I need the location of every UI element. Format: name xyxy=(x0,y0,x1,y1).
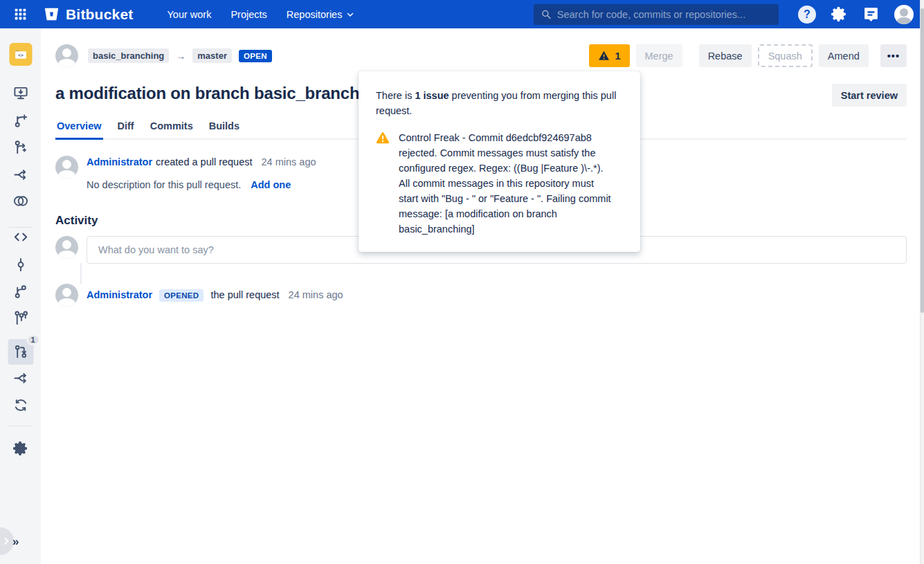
avatar-head xyxy=(900,8,908,17)
top-navigation: Bitbucket Your work Projects Repositorie… xyxy=(0,0,924,28)
no-description-text: No description for this pull request. xyxy=(87,179,241,190)
compare-icon[interactable] xyxy=(12,193,29,209)
merge-checks-popup: There is 1 issue preventing you from mer… xyxy=(359,71,640,252)
pull-requests-count-badge: 1 xyxy=(26,334,39,345)
scrollbar[interactable] xyxy=(920,0,924,564)
more-actions-button[interactable]: ••• xyxy=(880,44,907,67)
rebase-button[interactable]: Rebase xyxy=(699,44,752,67)
pull-requests-icon xyxy=(12,344,28,360)
clone-icon[interactable] xyxy=(12,85,28,101)
avatar-head xyxy=(62,48,71,57)
nav-item-projects[interactable]: Projects xyxy=(228,5,269,24)
nav-icon-group: ? xyxy=(798,5,914,24)
add-description-link[interactable]: Add one xyxy=(251,179,291,190)
nav-item-repositories[interactable]: Repositories xyxy=(284,5,358,24)
activity-connector-line xyxy=(80,263,82,284)
search-input[interactable] xyxy=(557,9,772,20)
merge-checks-warning-button[interactable]: 1 xyxy=(589,44,629,67)
nav-item-your-work[interactable]: Your work xyxy=(164,5,214,24)
tab-builds[interactable]: Builds xyxy=(208,120,241,140)
warning-icon xyxy=(598,51,610,61)
branch-graph-icon[interactable] xyxy=(12,310,28,326)
chevron-right-icon xyxy=(1,536,11,546)
current-user-avatar[interactable] xyxy=(55,236,78,259)
event-line: Administrator created a pull request 24 … xyxy=(87,156,316,167)
author-avatar[interactable] xyxy=(55,284,78,307)
bitbucket-logo[interactable]: Bitbucket xyxy=(43,6,133,23)
summary-prefix: There is xyxy=(376,90,415,101)
amend-button[interactable]: Amend xyxy=(819,44,869,67)
start-review-button[interactable]: Start review xyxy=(832,84,907,107)
avatar-head xyxy=(62,288,71,297)
branch-icon[interactable] xyxy=(12,284,28,300)
pr-actions: 1 Merge Rebase Squash Amend ••• xyxy=(589,44,907,67)
merge-button[interactable]: Merge xyxy=(636,44,682,67)
tab-diff[interactable]: Diff xyxy=(116,120,136,140)
forks-icon[interactable] xyxy=(12,370,28,386)
avatar-body xyxy=(58,298,75,307)
global-search[interactable] xyxy=(534,4,779,25)
event-timestamp: 24 mins ago xyxy=(289,289,343,300)
target-branch-lozenge[interactable]: master xyxy=(192,48,232,63)
issue-description: Control Freak - Commit d6edcbf924697ab8 … xyxy=(399,130,613,237)
author-avatar[interactable] xyxy=(55,156,78,179)
issue-count: 1 xyxy=(615,51,620,62)
summary-issue-count: 1 issue xyxy=(415,90,449,101)
repository-avatar[interactable]: <> xyxy=(9,43,32,66)
event-action: created a pull request xyxy=(156,156,252,167)
create-branch-icon[interactable] xyxy=(12,113,28,129)
opened-event: Administrator OPENED the pull request 24… xyxy=(55,284,907,307)
opened-status-badge: OPENED xyxy=(159,289,203,302)
sidebar-item-pull-requests[interactable]: 1 xyxy=(8,339,33,365)
compare-branch-icon[interactable] xyxy=(12,140,28,156)
chevron-down-icon xyxy=(346,10,354,19)
sidebar: <> xyxy=(0,28,41,564)
page-title: a modification on branch basic_branching xyxy=(55,84,384,103)
nav-menu: Your work Projects Repositories xyxy=(164,5,357,24)
sidebar-divider xyxy=(9,227,32,228)
commits-icon[interactable] xyxy=(12,257,28,273)
description-line: No description for this pull request. Ad… xyxy=(87,179,316,190)
avatar-head xyxy=(62,240,71,249)
warning-icon xyxy=(376,131,390,144)
squash-button[interactable]: Squash xyxy=(758,44,813,67)
pr-header: basic_branching → master OPEN 1 Merge Re… xyxy=(55,44,907,67)
user-link[interactable]: Administrator xyxy=(87,289,152,300)
event-timestamp: 24 mins ago xyxy=(262,156,316,167)
svg-text:<>: <> xyxy=(18,53,24,58)
avatar-body xyxy=(58,59,75,67)
avatar-body xyxy=(896,17,912,24)
scrollbar-thumb[interactable] xyxy=(921,8,924,313)
avatar-head xyxy=(62,160,71,169)
gear-icon[interactable] xyxy=(831,6,848,23)
tab-overview[interactable]: Overview xyxy=(55,120,103,140)
user-link[interactable]: Administrator xyxy=(87,156,152,167)
expand-sidebar-icon[interactable]: » xyxy=(12,535,19,549)
popup-issue: Control Freak - Commit d6edcbf924697ab8 … xyxy=(376,130,621,237)
search-icon xyxy=(541,8,552,20)
pr-status-badge: OPEN xyxy=(239,50,272,62)
product-name: Bitbucket xyxy=(66,6,133,23)
feedback-icon[interactable] xyxy=(862,6,880,23)
branch-line: basic_branching → master OPEN xyxy=(88,48,272,63)
settings-icon[interactable] xyxy=(12,440,29,457)
builds-icon[interactable] xyxy=(12,397,28,413)
bitbucket-bucket-icon xyxy=(43,6,60,23)
source-branch-lozenge[interactable]: basic_branching xyxy=(88,48,169,63)
source-icon[interactable] xyxy=(12,229,29,245)
avatar-body xyxy=(58,251,75,259)
event-action: the pull request xyxy=(210,289,279,300)
app-switcher-icon[interactable] xyxy=(11,6,29,24)
tab-commits[interactable]: Commits xyxy=(149,120,194,140)
create-fork-icon[interactable] xyxy=(12,167,28,183)
help-icon[interactable]: ? xyxy=(798,6,816,24)
event-line: Administrator OPENED the pull request 24… xyxy=(87,289,343,302)
sidebar-divider xyxy=(9,426,32,426)
author-avatar[interactable] xyxy=(55,44,78,67)
avatar-body xyxy=(58,170,75,179)
arrow-icon: → xyxy=(176,51,185,62)
popup-summary: There is 1 issue preventing you from mer… xyxy=(376,88,621,118)
user-avatar[interactable] xyxy=(894,5,914,24)
expand-sidebar-button[interactable] xyxy=(0,527,14,555)
